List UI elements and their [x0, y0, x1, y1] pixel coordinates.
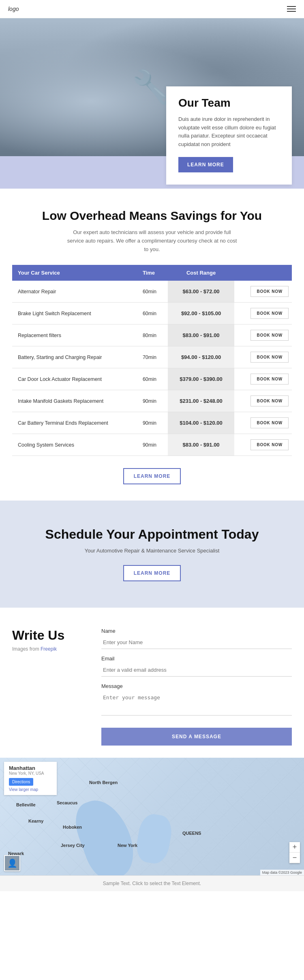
map-attribution: Map data ©2023 Google — [260, 870, 304, 875]
appointment-learn-more-button[interactable]: LEARN MORE — [123, 565, 181, 581]
table-row: Brake Light Switch Replacement 60min $92… — [12, 303, 292, 325]
book-now-button[interactable]: BOOK NOW — [250, 308, 289, 319]
service-time: 60min — [137, 281, 168, 303]
book-now-button[interactable]: BOOK NOW — [250, 330, 289, 341]
service-name: Car Battery Terminal Ends Replacement — [12, 412, 137, 434]
service-cost: $63.00 - $72.00 — [168, 281, 234, 303]
book-now-button[interactable]: BOOK NOW — [250, 439, 289, 450]
email-label: Email — [101, 655, 292, 662]
service-name: Car Door Lock Actuator Replacement — [12, 368, 137, 390]
table-row: Replacement filters 80min $83.00 - $91.0… — [12, 325, 292, 346]
email-input[interactable] — [101, 664, 292, 677]
message-label: Message — [101, 683, 292, 689]
service-cost: $92.00 - $105.00 — [168, 303, 234, 325]
table-row: Battery, Starting and Charging Repair 70… — [12, 346, 292, 368]
map-label-secaucus: Secaucus — [57, 800, 77, 805]
book-now-button[interactable]: BOOK NOW — [250, 286, 289, 297]
book-now-cell: BOOK NOW — [234, 281, 292, 303]
book-now-cell: BOOK NOW — [234, 390, 292, 412]
logo: logo — [8, 6, 19, 12]
table-header-row: Your Car Service Time Cost Range — [12, 265, 292, 281]
map-background: North Bergen New York Jersey City Newark… — [0, 758, 304, 875]
col-cost: Cost Range — [168, 265, 234, 281]
service-time: 90min — [137, 390, 168, 412]
col-service: Your Car Service — [12, 265, 137, 281]
hero-card: Our Team Duis aute irure dolor in repreh… — [166, 86, 292, 185]
map-label-belleville: Belleville — [16, 802, 36, 807]
write-section: Write Us Images from Freepik Name Email … — [0, 608, 304, 758]
map-water-east — [134, 812, 174, 866]
savings-section: Low Overhead Means Savings for You Our e… — [0, 189, 304, 501]
col-time: Time — [137, 265, 168, 281]
book-now-button[interactable]: BOOK NOW — [250, 395, 289, 406]
book-now-cell: BOOK NOW — [234, 434, 292, 456]
freepik-link[interactable]: Freepik — [41, 646, 57, 652]
name-field-group: Name — [101, 628, 292, 649]
service-time: 80min — [137, 325, 168, 346]
map-city-address: New York, NY, USA — [9, 771, 52, 776]
header: logo — [0, 0, 304, 18]
service-cost: $104.00 - $120.00 — [168, 412, 234, 434]
savings-subtitle: Our expert auto technicians will assess … — [67, 228, 237, 254]
service-name: Cooling System Services — [12, 434, 137, 456]
map-directions-button[interactable]: Directions — [9, 778, 33, 786]
menu-button[interactable] — [287, 6, 296, 12]
contact-form: Name Email Message SEND A MESSAGE — [101, 628, 292, 758]
message-textarea[interactable] — [101, 691, 292, 716]
appointment-subtitle: Your Automotive Repair & Maintenance Ser… — [12, 548, 292, 554]
hero-description: Duis aute irure dolor in reprehenderit i… — [178, 115, 280, 149]
service-time: 60min — [137, 303, 168, 325]
map-view-larger-link[interactable]: View larger map — [9, 787, 52, 792]
book-now-cell: BOOK NOW — [234, 346, 292, 368]
map-zoom-out-button[interactable]: − — [289, 853, 300, 863]
email-field-group: Email — [101, 655, 292, 677]
map-label-north-bergen: North Bergen — [89, 780, 118, 785]
message-field-group: Message — [101, 683, 292, 717]
book-now-button[interactable]: BOOK NOW — [250, 417, 289, 428]
service-time: 90min — [137, 434, 168, 456]
table-row: Cooling System Services 90min $83.00 - $… — [12, 434, 292, 456]
book-now-button[interactable]: BOOK NOW — [250, 352, 289, 363]
services-table: Your Car Service Time Cost Range Alterna… — [12, 265, 292, 456]
service-time: 90min — [137, 412, 168, 434]
map-label-new-york: New York — [118, 843, 137, 848]
col-action — [234, 265, 292, 281]
service-name: Battery, Starting and Charging Repair — [12, 346, 137, 368]
footer-note: Sample Text. Click to select the Text El… — [0, 875, 304, 891]
map-info-overlay: Manhattan New York, NY, USA Directions V… — [4, 762, 57, 795]
map-label-jersey-city: Jersey City — [61, 843, 85, 848]
table-row: Intake Manifold Gaskets Replacement 90mi… — [12, 390, 292, 412]
map-street-view-thumbnail[interactable] — [4, 855, 20, 871]
book-now-cell: BOOK NOW — [234, 325, 292, 346]
savings-learn-more-button[interactable]: LEARN MORE — [123, 468, 181, 484]
map-city-name: Manhattan — [9, 765, 52, 771]
service-cost: $83.00 - $91.00 — [168, 434, 234, 456]
book-now-cell: BOOK NOW — [234, 368, 292, 390]
table-row: Car Door Lock Actuator Replacement 60min… — [12, 368, 292, 390]
appointment-title: Schedule Your Appointment Today — [12, 527, 292, 542]
hero-section: Our Team Duis aute irure dolor in repreh… — [0, 18, 304, 189]
savings-learn-more-wrap: LEARN MORE — [12, 468, 292, 484]
map-water-hudson — [69, 793, 142, 875]
service-time: 60min — [137, 368, 168, 390]
table-row: Car Battery Terminal Ends Replacement 90… — [12, 412, 292, 434]
hero-learn-more-button[interactable]: LEARN MORE — [178, 157, 233, 172]
book-now-button[interactable]: BOOK NOW — [250, 374, 289, 385]
service-name: Replacement filters — [12, 325, 137, 346]
map-zoom-in-button[interactable]: + — [289, 842, 300, 853]
write-credits: Images from Freepik — [12, 646, 85, 652]
table-row: Alternator Repair 60min $63.00 - $72.00 … — [12, 281, 292, 303]
map-label-kearny: Kearny — [28, 819, 43, 823]
name-label: Name — [101, 628, 292, 634]
map-label-hoboken: Hoboken — [63, 825, 82, 830]
name-input[interactable] — [101, 636, 292, 649]
map-section: North Bergen New York Jersey City Newark… — [0, 758, 304, 875]
hero-title: Our Team — [178, 97, 280, 110]
book-now-cell: BOOK NOW — [234, 412, 292, 434]
write-left: Write Us Images from Freepik — [12, 628, 85, 652]
appointment-section: Schedule Your Appointment Today Your Aut… — [0, 501, 304, 608]
send-message-button[interactable]: SEND A MESSAGE — [101, 728, 292, 746]
map-zoom-controls: + − — [289, 842, 300, 863]
write-title: Write Us — [12, 628, 85, 643]
service-cost: $94.00 - $120.00 — [168, 346, 234, 368]
